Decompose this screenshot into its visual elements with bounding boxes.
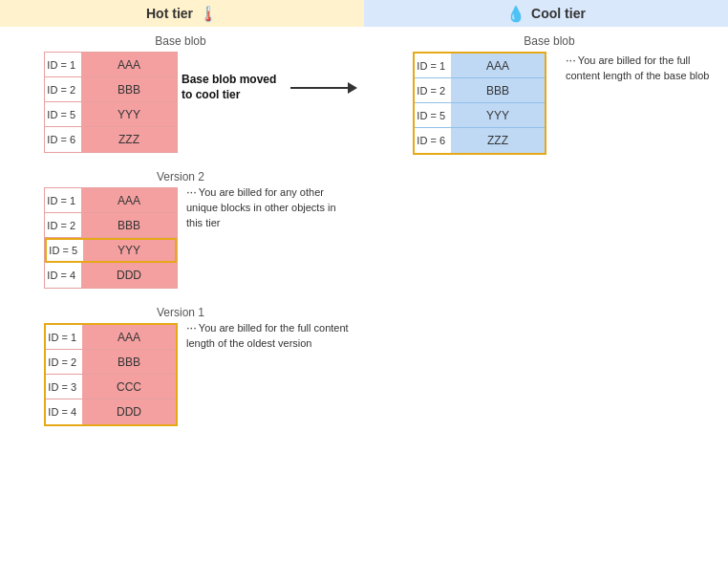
row-id: ID = 3 [46, 381, 82, 393]
arrow-shaft [290, 87, 348, 89]
cool-tier-label: Cool tier [531, 6, 586, 21]
row-cell-cool: AAA [451, 54, 545, 77]
cool-icon: 💧 [506, 5, 525, 23]
table-row: ID = 4 DDD [45, 263, 177, 288]
row-cell-cool: YYY [451, 103, 545, 127]
move-arrow: Base blob moved to cool tier [182, 73, 357, 102]
row-id: ID = 1 [45, 195, 81, 206]
row-cell: AAA [81, 53, 177, 76]
table-row: ID = 1 AAA [45, 188, 177, 213]
table-row: ID = 1 AAA [46, 325, 176, 350]
version1-section: Version 1 ID = 1 AAA ID = 2 BBB ID = 3 C… [10, 306, 352, 426]
cool-tier-header: 💧 Cool tier [364, 0, 728, 27]
row-cell: DDD [81, 263, 177, 288]
version1-annotation: ···You are billed for the full content l… [186, 319, 349, 352]
base-blob-section: Base blob ID = 1 AAA ID = 2 BBB ID = 5 Y… [10, 34, 352, 153]
row-cell: ZZZ [81, 127, 177, 152]
table-row: ID = 2 BBB [46, 350, 176, 375]
cool-base-blob-section: Base blob ID = 1 AAA ID = 2 BBB ID = 5 Y… [378, 34, 720, 155]
row-cell: YYY [81, 102, 177, 126]
row-id: ID = 1 [45, 59, 81, 71]
table-row: ID = 2 BBB [45, 213, 177, 238]
row-cell-cool: ZZZ [451, 128, 545, 153]
row-cell: BBB [81, 77, 177, 101]
row-cell: DDD [82, 399, 176, 424]
row-id: ID = 2 [46, 356, 82, 368]
row-cell: BBB [82, 350, 176, 374]
hot-side: Base blob ID = 1 AAA ID = 2 BBB ID = 5 Y… [0, 27, 359, 561]
row-cell: AAA [81, 188, 177, 212]
hot-icon: 🌡️ [199, 5, 218, 23]
move-label: Base blob moved to cool tier [182, 73, 287, 102]
table-row: ID = 2 BBB [415, 78, 545, 103]
row-id: ID = 2 [415, 85, 451, 97]
table-row: ID = 5 YYY [45, 102, 177, 127]
row-id: ID = 5 [45, 109, 81, 120]
cool-base-blob-title: Base blob [378, 34, 720, 48]
row-cell-cool: BBB [451, 78, 545, 102]
table-row: ID = 6 ZZZ [45, 127, 177, 152]
row-id: ID = 2 [45, 220, 81, 231]
base-blob-table: ID = 1 AAA ID = 2 BBB ID = 5 YYY ID = 6 … [44, 52, 178, 153]
row-id: ID = 2 [45, 84, 81, 96]
cool-base-annotation: ···You are billed for the full content l… [566, 52, 718, 84]
table-row: ID = 1 AAA [415, 54, 545, 78]
arrow-head [348, 82, 357, 94]
main-content: Base blob ID = 1 AAA ID = 2 BBB ID = 5 Y… [0, 27, 728, 561]
version1-title: Version 1 [10, 306, 352, 319]
row-id: ID = 6 [415, 135, 451, 146]
row-id: ID = 1 [415, 60, 451, 72]
row-id: ID = 6 [45, 134, 81, 145]
hot-tier-header: Hot tier 🌡️ [0, 0, 364, 27]
row-id: ID = 5 [415, 110, 451, 121]
row-cell: BBB [81, 213, 177, 237]
cool-side: Base blob ID = 1 AAA ID = 2 BBB ID = 5 Y… [359, 27, 728, 561]
row-id: ID = 4 [45, 270, 81, 281]
table-row: ID = 2 BBB [45, 77, 177, 102]
version2-table: ID = 1 AAA ID = 2 BBB ID = 5 YYY ID = 4 … [44, 187, 178, 289]
cool-base-blob-table: ID = 1 AAA ID = 2 BBB ID = 5 YYY ID = 6 … [413, 52, 546, 155]
table-row: ID = 4 DDD [46, 399, 176, 424]
table-row: ID = 3 CCC [46, 375, 176, 399]
table-row: ID = 1 AAA [45, 53, 177, 77]
table-row: ID = 5 YYY [45, 238, 177, 263]
header-bar: Hot tier 🌡️ 💧 Cool tier [0, 0, 728, 27]
base-blob-title: Base blob [10, 34, 352, 48]
version2-section: Version 2 ID = 1 AAA ID = 2 BBB ID = 5 Y… [10, 170, 352, 289]
row-cell: AAA [82, 325, 176, 349]
table-row: ID = 5 YYY [415, 103, 545, 128]
row-id: ID = 1 [46, 332, 82, 343]
row-id: ID = 5 [47, 245, 83, 256]
arrow-line [290, 82, 357, 94]
version1-table: ID = 1 AAA ID = 2 BBB ID = 3 CCC ID = 4 … [44, 323, 178, 426]
table-row: ID = 6 ZZZ [415, 128, 545, 153]
row-id: ID = 4 [46, 406, 82, 418]
row-cell: YYY [83, 240, 175, 261]
version2-title: Version 2 [10, 170, 352, 183]
version2-annotation: ···You are billed for any other unique b… [186, 183, 339, 230]
hot-tier-label: Hot tier [146, 6, 193, 21]
row-cell: CCC [82, 375, 176, 399]
